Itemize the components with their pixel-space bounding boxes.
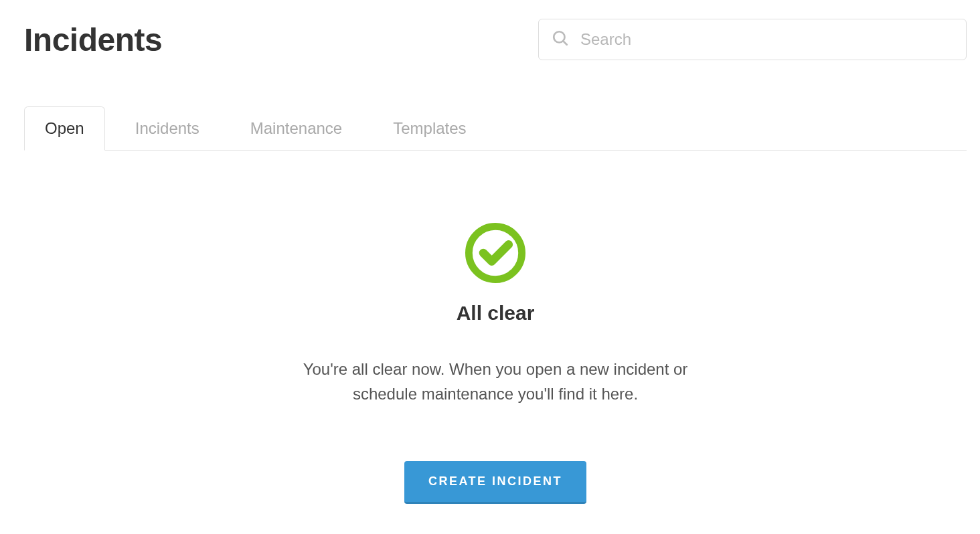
page-header: Incidents [24, 0, 967, 74]
tabs: Open Incidents Maintenance Templates [24, 106, 967, 151]
tab-incidents[interactable]: Incidents [114, 106, 220, 151]
check-circle-icon [465, 223, 525, 286]
page-title: Incidents [24, 21, 162, 58]
tab-maintenance[interactable]: Maintenance [230, 106, 363, 151]
empty-state-message: You're all clear now. When you open a ne… [281, 357, 710, 406]
create-incident-button[interactable]: CREATE INCIDENT [404, 461, 586, 504]
search-wrapper [538, 19, 967, 60]
empty-state: All clear You're all clear now. When you… [24, 151, 967, 504]
search-input[interactable] [538, 19, 967, 60]
tab-templates[interactable]: Templates [372, 106, 487, 151]
tab-open[interactable]: Open [24, 106, 105, 151]
empty-state-title: All clear [457, 302, 535, 325]
